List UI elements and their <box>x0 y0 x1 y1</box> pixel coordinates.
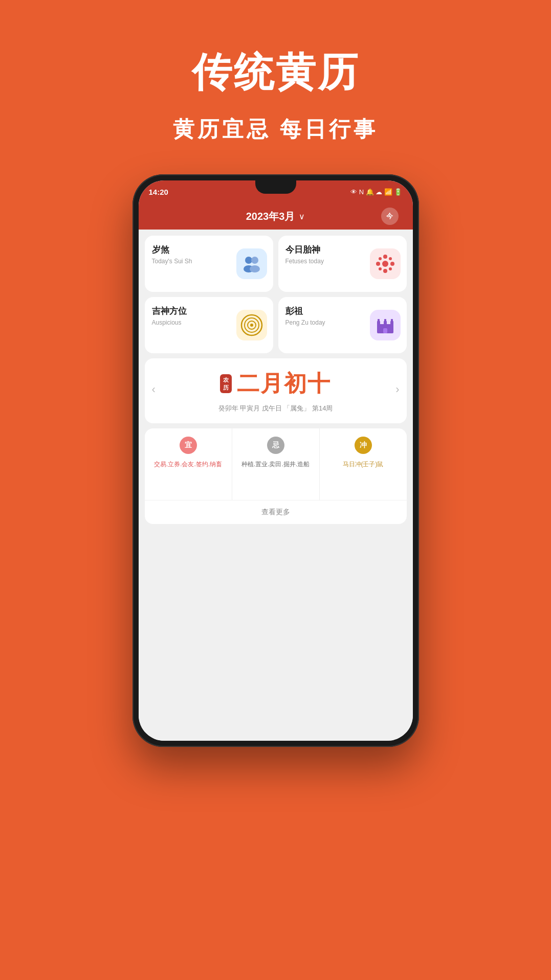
cal-lunar-badge: 农 历 <box>220 374 232 393</box>
svg-point-10 <box>389 257 392 260</box>
phone-wrapper: 14:20 👁 N 🔔 ☁ 📶 🔋 2023年3月 ∨ 今 岁煞 Today's… <box>133 174 419 747</box>
header-chevron-icon[interactable]: ∨ <box>299 212 305 221</box>
yi-col: 宜 交易.立券.会友.签约.纳畜 <box>145 428 232 500</box>
screen-content: 岁煞 Today's Sui Sh 今日胎神 Fetuses tod <box>139 230 413 741</box>
see-more-label: 查看更多 <box>261 508 290 516</box>
yi-text: 交易.立券.会友.签约.纳畜 <box>154 459 222 469</box>
svg-point-6 <box>383 269 387 273</box>
cal-date-cn: 二月初十 <box>237 369 331 399</box>
svg-rect-24 <box>383 328 387 333</box>
phone-notch <box>255 180 296 194</box>
card-pengzu-icon <box>370 310 401 340</box>
svg-point-5 <box>383 255 387 259</box>
yi-badge: 宜 <box>180 437 197 454</box>
svg-rect-21 <box>378 319 380 322</box>
svg-point-3 <box>250 265 260 272</box>
svg-point-8 <box>390 262 394 266</box>
card-auspicious-icon <box>236 310 267 340</box>
svg-rect-22 <box>384 319 386 322</box>
today-button[interactable]: 今 <box>381 208 399 225</box>
ji-badge: 忌 <box>267 437 284 454</box>
cal-info-row: 癸卯年 甲寅月 戊午日 「属兔」 第14周 <box>218 404 333 413</box>
svg-point-1 <box>251 257 258 264</box>
svg-point-12 <box>389 267 392 270</box>
yiji-row: 宜 交易.立券.会友.签约.纳畜 忌 种植.置业.卖田.掘井.造船 冲 马日冲(… <box>145 428 407 500</box>
cal-nav-right[interactable]: › <box>395 383 399 396</box>
svg-point-7 <box>376 262 380 266</box>
chong-text: 马日冲(壬子)鼠 <box>343 459 384 469</box>
cal-nav-left[interactable]: ‹ <box>152 383 156 396</box>
cards-grid: 岁煞 Today's Sui Sh 今日胎神 Fetuses tod <box>145 236 407 353</box>
ji-text: 种植.置业.卖田.掘井.造船 <box>241 459 310 469</box>
ji-col: 忌 种植.置业.卖田.掘井.造船 <box>232 428 319 500</box>
phone-screen: 14:20 👁 N 🔔 ☁ 📶 🔋 2023年3月 ∨ 今 岁煞 Today's… <box>139 180 413 741</box>
status-time: 14:20 <box>149 188 168 196</box>
see-more-row[interactable]: 查看更多 <box>145 500 407 524</box>
card-auspicious[interactable]: 吉神方位 Auspicious <box>145 297 273 353</box>
calendar-card: ‹ › 农 历 二月初十 癸卯年 甲寅月 戊午日 「属兔」 第14周 <box>145 358 407 423</box>
app-subtitle: 黄历宜忌 每日行事 <box>173 115 379 144</box>
cal-main-row: 农 历 二月初十 <box>220 369 331 399</box>
chong-col: 冲 马日冲(壬子)鼠 <box>320 428 407 500</box>
svg-point-16 <box>250 324 253 327</box>
card-pengzu[interactable]: 彭祖 Peng Zu today <box>278 297 407 353</box>
chong-badge: 冲 <box>355 437 372 454</box>
app-title: 传统黄历 <box>192 46 360 100</box>
card-suisha[interactable]: 岁煞 Today's Sui Sh <box>145 236 273 292</box>
yiji-card: 宜 交易.立券.会友.签约.纳畜 忌 种植.置业.卖田.掘井.造船 冲 马日冲(… <box>145 428 407 524</box>
card-fetus[interactable]: 今日胎神 Fetuses today <box>278 236 407 292</box>
svg-point-0 <box>245 257 252 264</box>
svg-point-4 <box>382 261 388 267</box>
header-title: 2023年3月 <box>246 210 295 223</box>
status-icons: 👁 N 🔔 ☁ 📶 🔋 <box>350 188 402 196</box>
svg-point-11 <box>379 267 382 270</box>
card-fetus-icon <box>370 248 401 279</box>
svg-point-9 <box>379 257 382 260</box>
app-header: 2023年3月 ∨ 今 <box>139 203 413 230</box>
card-suisha-icon <box>236 248 267 279</box>
svg-rect-23 <box>391 319 393 322</box>
